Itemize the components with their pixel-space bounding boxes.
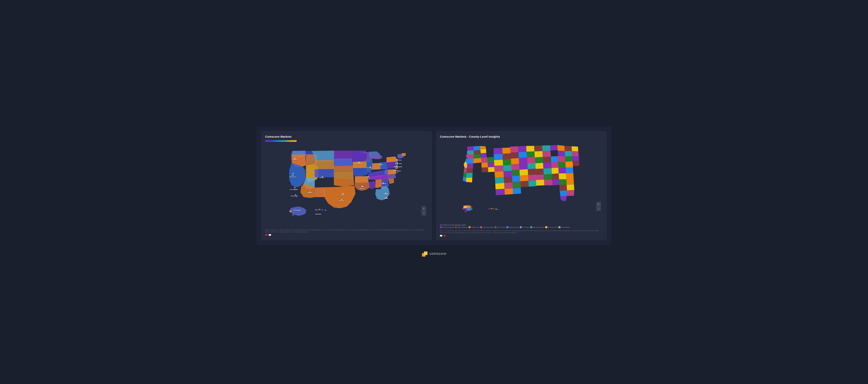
right-panel: Comscore Markets - County-Level Insights bbox=[436, 131, 607, 241]
svg-point-82 bbox=[293, 173, 294, 174]
svg-marker-109 bbox=[474, 150, 481, 155]
svg-marker-217 bbox=[467, 208, 470, 211]
legend-dot-7 bbox=[530, 226, 532, 228]
svg-marker-174 bbox=[558, 168, 566, 173]
svg-marker-132 bbox=[494, 154, 503, 160]
gradient-bar bbox=[265, 140, 297, 142]
svg-marker-176 bbox=[536, 174, 544, 181]
svg-rect-226 bbox=[424, 252, 428, 255]
svg-marker-136 bbox=[494, 165, 503, 172]
svg-marker-188 bbox=[520, 175, 528, 181]
svg-text:Los Angeles: Los Angeles bbox=[290, 189, 298, 190]
svg-marker-126 bbox=[482, 162, 488, 168]
svg-marker-142 bbox=[519, 152, 527, 158]
svg-marker-128 bbox=[482, 167, 488, 172]
legend-label-8: Small Town Pride bbox=[548, 227, 558, 228]
svg-marker-191 bbox=[520, 181, 529, 187]
svg-marker-178 bbox=[552, 173, 559, 180]
svg-point-83 bbox=[294, 187, 295, 188]
svg-point-54 bbox=[325, 210, 326, 211]
svg-marker-129 bbox=[488, 167, 495, 172]
svg-text:D.C.: D.C. bbox=[395, 171, 398, 173]
svg-marker-158 bbox=[564, 146, 572, 151]
svg-marker-46 bbox=[402, 153, 406, 156]
svg-marker-16 bbox=[334, 166, 353, 172]
svg-marker-34 bbox=[375, 179, 382, 188]
right-footer-text: Map: © Comscore, Inc. 2023. Any use of C… bbox=[440, 230, 603, 234]
svg-marker-131 bbox=[502, 148, 510, 154]
svg-point-88 bbox=[370, 166, 371, 167]
svg-text:Philadelphia: Philadelphia bbox=[394, 166, 402, 168]
right-footer-dot-red bbox=[443, 235, 446, 236]
legend-area: No-Overlay Community Typology (Legend) U… bbox=[440, 224, 603, 228]
svg-point-84 bbox=[295, 194, 296, 195]
comscore-brand-text: comscore bbox=[430, 252, 446, 256]
svg-marker-185 bbox=[520, 169, 528, 175]
svg-point-94 bbox=[383, 183, 384, 184]
svg-marker-154 bbox=[557, 145, 565, 151]
legend-dot-6 bbox=[520, 226, 522, 228]
svg-marker-151 bbox=[550, 145, 558, 151]
svg-text:Francisco: Francisco bbox=[289, 176, 296, 178]
left-footer-dot-white bbox=[269, 234, 271, 236]
svg-point-86 bbox=[322, 176, 323, 177]
svg-marker-189 bbox=[528, 174, 536, 181]
svg-marker-169 bbox=[558, 162, 566, 168]
svg-marker-8 bbox=[311, 151, 335, 161]
svg-marker-170 bbox=[565, 162, 573, 168]
svg-marker-137 bbox=[503, 165, 512, 171]
svg-marker-150 bbox=[542, 151, 551, 157]
left-zoom-controls: + − bbox=[422, 206, 426, 216]
right-zoom-out-button[interactable]: − bbox=[596, 206, 601, 211]
legend-item-3: Corporate Climbers bbox=[480, 226, 494, 228]
svg-marker-200 bbox=[560, 191, 567, 196]
svg-marker-112 bbox=[474, 154, 481, 159]
svg-marker-155 bbox=[551, 156, 558, 162]
svg-marker-148 bbox=[542, 146, 550, 151]
svg-marker-201 bbox=[567, 190, 574, 196]
legend-dot-9 bbox=[558, 226, 560, 228]
svg-text:Orleans: Orleans bbox=[360, 188, 365, 189]
legend-label-6: LCD Folders bbox=[522, 227, 529, 228]
svg-marker-215 bbox=[463, 206, 467, 208]
svg-marker-183 bbox=[528, 163, 536, 169]
right-map-svg bbox=[440, 140, 603, 223]
svg-marker-208 bbox=[504, 183, 513, 189]
svg-marker-147 bbox=[534, 146, 542, 152]
svg-marker-124 bbox=[481, 157, 488, 163]
svg-point-51 bbox=[315, 209, 318, 211]
svg-marker-165 bbox=[572, 161, 579, 166]
left-map-container: Seattle San Francisco Los Angeles San Di… bbox=[265, 145, 428, 227]
svg-point-98 bbox=[362, 186, 363, 187]
svg-marker-138 bbox=[510, 146, 519, 153]
svg-point-100 bbox=[386, 197, 387, 198]
svg-marker-152 bbox=[535, 157, 543, 163]
comscore-logo: comscore bbox=[422, 251, 446, 257]
svg-point-220 bbox=[489, 208, 491, 210]
svg-marker-168 bbox=[551, 162, 558, 168]
svg-marker-195 bbox=[552, 179, 559, 185]
svg-marker-140 bbox=[526, 146, 534, 152]
svg-marker-9 bbox=[315, 160, 334, 169]
legend-item-4: Grits & Greens bbox=[495, 226, 506, 228]
left-footer-text: Map: © Comscore, Inc. 2023. Any use of C… bbox=[265, 229, 428, 233]
svg-marker-127 bbox=[488, 162, 494, 167]
left-zoom-out-button[interactable]: − bbox=[422, 211, 426, 216]
svg-marker-192 bbox=[528, 181, 537, 187]
svg-point-221 bbox=[491, 208, 493, 209]
svg-text:Houston: Houston bbox=[339, 200, 344, 201]
svg-marker-211 bbox=[504, 188, 513, 195]
svg-marker-15 bbox=[334, 159, 352, 166]
right-zoom-in-button[interactable]: + bbox=[596, 202, 601, 206]
svg-point-53 bbox=[321, 209, 323, 211]
svg-marker-186 bbox=[528, 169, 536, 175]
left-panel: Comscore Markets bbox=[261, 131, 432, 241]
comscore-icon bbox=[422, 251, 428, 257]
svg-marker-10 bbox=[315, 169, 334, 177]
svg-marker-182 bbox=[519, 163, 528, 170]
svg-point-97 bbox=[341, 199, 342, 200]
legend-dot-1 bbox=[455, 226, 457, 228]
svg-marker-162 bbox=[565, 156, 572, 162]
left-zoom-in-button[interactable]: + bbox=[422, 206, 426, 211]
svg-point-87 bbox=[359, 162, 360, 163]
